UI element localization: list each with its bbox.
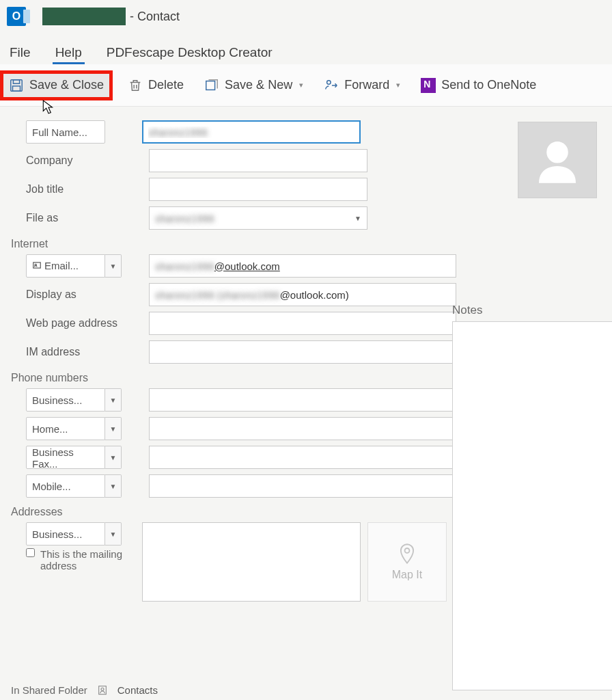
save-new-icon (204, 78, 219, 93)
save-and-new-label: Save & New (225, 78, 292, 92)
save-and-new-button[interactable]: Save & New ▾ (199, 74, 309, 97)
delete-button[interactable]: Delete (122, 74, 189, 97)
status-contacts-label[interactable]: Contacts (117, 684, 158, 696)
phone-home-dropdown[interactable]: ▼ (105, 417, 122, 440)
im-address-label: IM address (26, 346, 128, 358)
display-as-input[interactable]: sharonz1996 (sharonz1996@outlook.com) (149, 283, 456, 306)
address-type-combo[interactable]: Business... ▼ (26, 522, 122, 546)
svg-rect-1 (13, 79, 19, 83)
phone-fax-button[interactable]: Business Fax... (26, 446, 105, 469)
save-and-close-button[interactable]: Save & Close (0, 70, 113, 100)
web-page-input[interactable] (149, 312, 456, 335)
chevron-down-icon: ▼ (354, 215, 361, 222)
addresses-section-label: Addresses (11, 506, 507, 518)
file-as-select[interactable]: sharonz1996 ▼ (149, 206, 367, 230)
save-icon (9, 78, 24, 93)
phone-mobile-combo[interactable]: Mobile... ▼ (26, 474, 122, 498)
file-as-value: sharonz1996 (155, 213, 214, 224)
menu-help[interactable]: Help (53, 41, 85, 64)
full-name-input[interactable] (142, 120, 361, 144)
email-button[interactable]: Email... (26, 254, 105, 278)
svg-point-8 (546, 142, 568, 163)
map-it-label: Map It (392, 569, 422, 581)
contacts-folder-icon (97, 684, 108, 696)
trash-icon (128, 78, 143, 93)
contact-card-icon (32, 260, 42, 270)
display-as-label: Display as (26, 288, 128, 301)
notes-panel: Notes (452, 304, 612, 681)
map-it-button[interactable]: Map It (367, 522, 447, 602)
menu-pdfescape[interactable]: PDFescape Desktop Creator (104, 41, 275, 64)
outlook-icon (7, 7, 26, 26)
im-address-input[interactable] (149, 340, 456, 364)
chevron-down-icon[interactable]: ▾ (299, 81, 303, 90)
forward-button[interactable]: Forward ▾ (318, 74, 406, 97)
mailing-address-checkbox[interactable]: This is the mailing address (26, 548, 135, 571)
send-to-onenote-button[interactable]: Send to OneNote (415, 74, 542, 97)
forward-label: Forward (344, 78, 389, 92)
avatar-placeholder-icon (533, 135, 582, 185)
title-suffix: - Contact (130, 10, 180, 24)
svg-point-7 (405, 548, 410, 553)
delete-label: Delete (148, 78, 184, 92)
status-folder-label: In Shared Folder (11, 684, 87, 696)
phone-mobile-button[interactable]: Mobile... (26, 474, 105, 498)
svg-rect-3 (206, 81, 215, 90)
phone-mobile-dropdown[interactable]: ▼ (105, 474, 122, 498)
forward-icon (324, 78, 339, 93)
status-bar: In Shared Folder Contacts (11, 684, 158, 696)
phone-business-button[interactable]: Business... (26, 388, 105, 412)
contact-avatar[interactable] (518, 122, 597, 198)
job-title-label: Job title (26, 183, 128, 196)
phone-home-combo[interactable]: Home... ▼ (26, 417, 122, 440)
svg-rect-5 (33, 262, 41, 268)
web-page-label: Web page address (26, 317, 128, 329)
email-input[interactable]: sharonz1996@outlook.com (149, 254, 456, 278)
menu-file[interactable]: File (7, 41, 33, 64)
address-business-button[interactable]: Business... (26, 522, 105, 546)
chevron-down-icon[interactable]: ▾ (396, 81, 400, 90)
mailing-address-check-input[interactable] (26, 548, 35, 557)
svg-rect-2 (13, 85, 20, 90)
address-dropdown[interactable]: ▼ (105, 522, 122, 546)
phone-home-button[interactable]: Home... (26, 417, 105, 440)
email-type-combo[interactable]: Email... ▼ (26, 254, 122, 278)
svg-point-4 (327, 80, 331, 84)
svg-point-10 (101, 688, 104, 690)
full-name-button[interactable]: Full Name... (26, 120, 105, 144)
company-label: Company (26, 154, 128, 167)
phone-mobile-input[interactable] (149, 474, 456, 498)
company-input[interactable] (149, 149, 367, 172)
job-title-input[interactable] (149, 178, 367, 201)
send-to-onenote-label: Send to OneNote (441, 78, 536, 92)
phone-business-input[interactable] (149, 388, 456, 412)
email-dropdown[interactable]: ▼ (105, 254, 122, 278)
phone-business-combo[interactable]: Business... ▼ (26, 388, 122, 412)
mailing-address-label: This is the mailing address (40, 548, 135, 571)
save-and-close-label: Save & Close (29, 78, 104, 92)
address-textarea[interactable] (142, 522, 361, 602)
phone-fax-combo[interactable]: Business Fax... ▼ (26, 446, 122, 469)
phone-home-input[interactable] (149, 417, 456, 440)
notes-label: Notes (452, 304, 612, 317)
notes-textarea[interactable] (452, 321, 612, 690)
menu-bar: File Help PDFescape Desktop Creator (0, 33, 612, 64)
phone-fax-input[interactable] (149, 446, 456, 469)
internet-section-label: Internet (11, 238, 507, 250)
phone-business-dropdown[interactable]: ▼ (105, 388, 122, 412)
file-as-label: File as (26, 212, 128, 224)
title-redacted-name (42, 8, 126, 25)
ribbon-toolbar: Save & Close Delete Save & New ▾ Forward… (0, 64, 612, 107)
phone-section-label: Phone numbers (11, 372, 507, 384)
onenote-icon (421, 78, 436, 93)
title-bar: - Contact (0, 0, 612, 33)
map-pin-icon (398, 543, 417, 565)
phone-fax-dropdown[interactable]: ▼ (105, 446, 122, 469)
